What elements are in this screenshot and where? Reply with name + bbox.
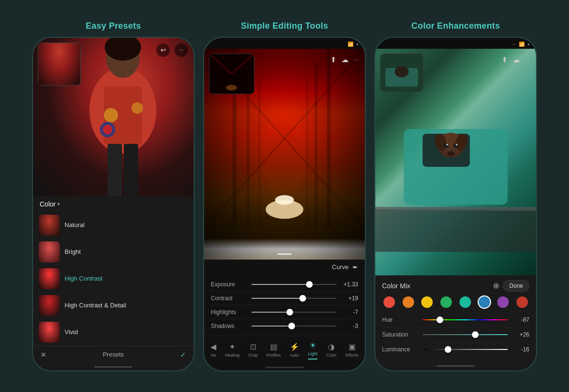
- highlights-track[interactable]: [252, 312, 337, 313]
- color-magenta[interactable]: [516, 296, 528, 308]
- upload-button[interactable]: ⬆: [330, 55, 337, 64]
- more-button[interactable]: ···: [353, 57, 359, 63]
- svg-point-5: [104, 108, 118, 122]
- preset-label-natural: Natural: [65, 221, 85, 229]
- exposure-track[interactable]: [252, 284, 337, 285]
- tool-healing[interactable]: ✦ Healing: [225, 342, 240, 358]
- drag-handle[interactable]: [277, 253, 292, 255]
- curve-edit-icon[interactable]: ✒: [352, 263, 358, 271]
- hue-track[interactable]: [423, 319, 508, 320]
- shadows-slider-row: Shadows -3: [211, 319, 358, 333]
- preset-item-hc-detail[interactable]: High Contrast & Detail: [33, 292, 194, 319]
- phone2-thumbnail: [209, 54, 254, 94]
- phone1-frame: ↩ ··· Color ▾: [32, 37, 195, 371]
- tool-crop[interactable]: ⊡ Crop: [248, 342, 258, 358]
- color-yellow[interactable]: [421, 296, 433, 308]
- phone3-image-area: ⬆ ☁ ···: [375, 49, 536, 275]
- tool-effects[interactable]: ▣ Effects: [345, 342, 358, 358]
- preset-item-high-contrast[interactable]: High Contrast: [33, 265, 194, 292]
- tool-profiles[interactable]: ▤ Profiles: [266, 342, 281, 358]
- saturation-slider-row: Saturation +26: [382, 327, 529, 342]
- close-button[interactable]: ✕: [41, 351, 46, 359]
- svg-point-37: [453, 143, 458, 148]
- svg-rect-21: [259, 77, 261, 228]
- done-button[interactable]: Done: [503, 280, 529, 292]
- tool-creative[interactable]: ◀ ive: [210, 342, 216, 358]
- light-icon: ☀: [309, 341, 316, 350]
- highlights-label: Highlights: [211, 309, 247, 316]
- status-bar: 📶 ▪: [204, 38, 365, 49]
- preset-thumb-hc-detail: [39, 295, 60, 316]
- profiles-label: Profiles: [266, 353, 281, 358]
- svg-rect-9: [108, 144, 122, 196]
- svg-point-35: [447, 151, 455, 156]
- battery-icon: ▪: [356, 42, 358, 47]
- phone3-wifi2-icon: 📶: [519, 42, 525, 47]
- phone3-battery-icon: ▪: [527, 42, 529, 47]
- auto-icon: ⚡: [290, 342, 299, 351]
- tool-auto[interactable]: ⚡ Auto: [290, 342, 299, 358]
- contrast-track[interactable]: [252, 298, 337, 299]
- phone1-bottom-bar: ✕ Presets ✓: [33, 346, 194, 363]
- color-mix-panel: Color Mix ⊕ Done: [375, 275, 536, 361]
- phone1-content: ↩ ··· Color ▾: [33, 38, 194, 370]
- bottom-tools: ◀ ive ✦ Healing ⊡ Crop ▤ Profiles: [204, 336, 365, 364]
- color-blue[interactable]: [479, 296, 490, 308]
- svg-rect-22: [306, 77, 308, 228]
- healing-icon: ✦: [229, 342, 235, 351]
- color-purple[interactable]: [497, 296, 509, 308]
- curve-label-area: Curve ✒: [204, 260, 365, 275]
- section2-title: Simple Editing Tools: [241, 21, 328, 31]
- preset-item-bright[interactable]: Bright: [33, 239, 194, 265]
- color-circles: [382, 296, 529, 308]
- color-teal[interactable]: [460, 296, 471, 308]
- phone3-thumb-bg: [381, 54, 423, 91]
- cloud-button[interactable]: ☁: [341, 55, 349, 64]
- phone3-frame: ··· 📶 ▪: [374, 37, 537, 371]
- exposure-value: +1.33: [341, 281, 358, 288]
- shadows-label: Shadows: [211, 323, 247, 329]
- color-orange[interactable]: [403, 296, 414, 308]
- phone3-thumbnail: [380, 54, 423, 92]
- add-color-icon[interactable]: ⊕: [493, 281, 499, 290]
- luminance-value: -16: [513, 346, 529, 353]
- section3-title: Color Enhancements: [411, 21, 500, 31]
- home-indicator2: [265, 367, 304, 368]
- color-mix-icons: ⊕ Done: [493, 280, 529, 292]
- undo-button[interactable]: ↩: [156, 44, 170, 57]
- tool-light[interactable]: ☀ Light: [308, 341, 317, 359]
- color-mix-title: Color Mix: [382, 282, 410, 290]
- color-green[interactable]: [440, 296, 452, 308]
- preset-label-vivid: Vivid: [65, 328, 78, 336]
- saturation-value: +26: [513, 331, 529, 338]
- preset-thumb-vivid: [39, 322, 60, 343]
- confirm-button[interactable]: ✓: [180, 351, 186, 359]
- svg-point-26: [226, 85, 237, 90]
- phone2-top-icons: ⬆ ☁ ···: [330, 55, 359, 64]
- phone3-upload-button[interactable]: ⬆: [502, 55, 508, 64]
- shadows-track[interactable]: [252, 326, 337, 327]
- luminance-slider-row: Luminance -16: [382, 342, 529, 357]
- auto-label: Auto: [290, 353, 299, 358]
- luminance-track[interactable]: [423, 349, 508, 350]
- presets-label: Presets: [46, 351, 180, 358]
- saturation-track[interactable]: [423, 334, 508, 335]
- color-red[interactable]: [383, 296, 395, 308]
- tool-color[interactable]: ◑ Color: [327, 342, 337, 358]
- hsl-sliders: Hue -87 Saturation +26: [382, 313, 529, 357]
- phone3-top-icons: ⬆ ☁ ···: [502, 55, 530, 64]
- preset-item-vivid[interactable]: Vivid: [33, 319, 194, 346]
- preset-item-natural[interactable]: Natural: [33, 212, 194, 239]
- preset-label-bright: Bright: [65, 248, 81, 255]
- phone3-more-button[interactable]: ···: [525, 57, 530, 63]
- person-figure: [75, 38, 171, 196]
- screen-section-color: Color Enhancements ··· 📶 ▪: [374, 21, 537, 371]
- color-dropdown[interactable]: Color ▾: [33, 196, 194, 212]
- phone3-wifi-icon: ···: [513, 42, 516, 46]
- phone3-cloud-button[interactable]: ☁: [513, 55, 520, 64]
- more-button[interactable]: ···: [175, 44, 188, 57]
- preset-thumb-bright: [39, 241, 60, 262]
- svg-point-16: [275, 195, 294, 205]
- home-indicator: [94, 366, 132, 368]
- phone1-thumbnail: [38, 43, 81, 86]
